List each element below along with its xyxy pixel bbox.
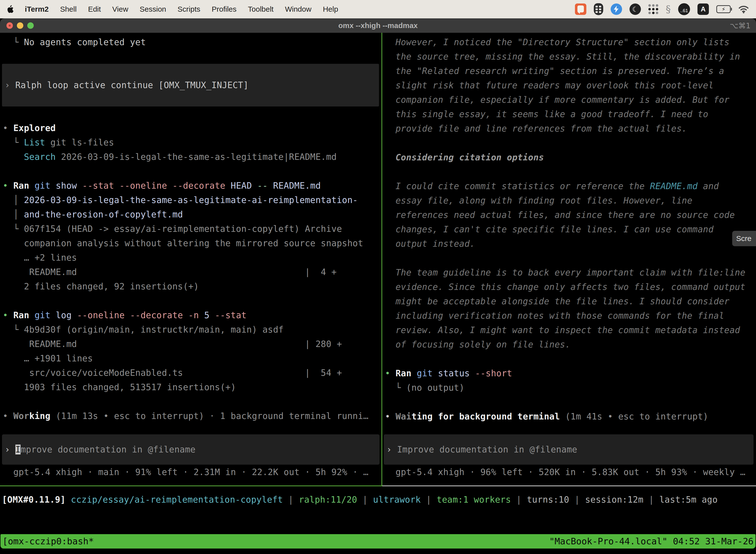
menu-item-help[interactable]: Help [323,5,338,13]
text-segment: • [3,310,13,320]
tmux-session-label[interactable]: [omx-cczip0:bash* [2,534,94,549]
apple-menu-icon[interactable] [7,5,13,13]
terminal-line: │ 2026-03-09-is-legal-the-same-as-legiti… [0,193,381,207]
terminal-line: this single essay, it seems like a good … [382,107,756,121]
menu-item-iterm2[interactable]: iTerm2 [25,5,49,13]
terminal-line: provide file and line references from th… [382,121,756,136]
text-segment: output instead. [385,239,475,249]
title-bar[interactable]: omx --xhigh --madmax ⌥⌘1 [0,18,756,33]
terminal-line [382,352,756,366]
minimize-button[interactable] [17,22,23,29]
terminal-line [382,395,756,409]
terminal-line: › Ralph loop active continue [OMX_TMUX_I… [2,78,379,92]
menu-bar: iTerm2 Shell Edit View Session Scripts P… [0,0,756,18]
terminal-line: companion analysis without altering the … [0,236,381,251]
terminal-line: • Ran git show --stat --oneline --decora… [0,178,381,193]
text-segment: --stat [215,310,247,320]
keyboard-layout-icon[interactable]: A [697,3,709,15]
text-segment: [OMX#0.11.9] [2,495,65,505]
terminal-line: 1903 files changed, 513517 insertions(+) [0,380,381,394]
terminal-line: companion file, especially if more comme… [382,93,756,107]
text-segment: git [35,310,50,320]
model-status-left: gpt-5.4 xhigh · main · 91% left · 2.31M … [0,465,369,479]
zoom-button[interactable] [27,22,34,29]
text-segment: this single essay, it seems like a good … [385,109,708,119]
tmux-status-bar: [omx-cczip0:bash* "MacBook-Pro-44.local"… [0,534,756,549]
terminal-line: 2 files changed, 92 insertions(+) [0,279,381,294]
text-segment: references need actual files, and since … [385,210,735,220]
shield-grid-icon[interactable] [594,3,603,15]
screen-share-overlay[interactable]: Scre [732,231,756,246]
text-segment: session:12m [585,495,643,505]
terminal-line [382,136,756,150]
text-segment: No agents completed yet [24,37,146,47]
injected-message-box: › Ralph loop active continue [OMX_TMUX_I… [2,64,379,107]
text-segment: and [698,181,719,191]
terminal-line: references need actual files, and since … [382,208,756,222]
text-segment: log [50,310,77,320]
close-button[interactable] [6,22,13,29]
menu-item-profiles[interactable]: Profiles [211,5,236,13]
count-badge-icon[interactable]: ..61 [678,3,690,15]
terminal-line: Search 2026-03-09-is-legal-the-same-as-l… [0,150,381,164]
text-segment: 2026-03-09-is-legal-the-same-as-legitima… [24,195,358,205]
menu-item-toolbelt[interactable]: Toolbelt [248,5,273,13]
menu-bar-left: iTerm2 Shell Edit View Session Scripts P… [7,5,338,13]
text-segment: including verification notes with those … [385,311,724,321]
text-segment: ting for background terminal [412,411,560,422]
prompt-input-left[interactable]: › Improve documentation in @filename [2,434,379,465]
dots-grid-icon[interactable] [648,3,658,15]
terminal-line: might be acceptable alongside the file l… [382,294,756,309]
terminal-line: › Improve documentation in @filename [384,442,577,457]
terminal-line: slight risk that future readers may over… [382,78,756,93]
wifi-icon[interactable] [738,3,749,15]
text-segment: README.md | 4 + [3,267,336,277]
text-segment [29,181,35,190]
text-segment: 5 [199,310,215,320]
text-segment: | [357,495,373,505]
text-segment: gpt-5.4 xhigh · 96% left · 520K in · 5.8… [385,467,745,477]
menu-item-scripts[interactable]: Scripts [178,5,200,13]
window-title: omx --xhigh --madmax [0,21,756,30]
text-segment [125,310,130,320]
menu-item-view[interactable]: View [112,5,128,13]
terminal-line: └ List git ls-files [0,135,381,150]
terminal-line: › Improve documentation in @filename [2,442,195,457]
text-segment: turns:10 [527,495,569,505]
text-segment: companion analysis without altering the … [3,238,363,248]
chat-app-icon[interactable] [575,3,586,15]
text-segment: | [569,495,585,505]
terminal-line: [OMX#0.11.9] cczip/essay/ai-reimplementa… [0,492,756,507]
menu-item-shell[interactable]: Shell [60,5,77,13]
text-segment [114,181,119,190]
terminal-line [0,164,381,178]
moon-circle-icon[interactable]: ☾ [630,3,641,15]
terminal-line: changes, I can't cite specific file line… [382,222,756,236]
text-segment: The team guideline is to back every impo… [385,268,745,277]
prompt-input-right[interactable]: › Improve documentation in @filename [384,434,754,465]
menu-item-edit[interactable]: Edit [88,5,101,13]
text-segment: Wor [13,411,29,421]
bolt-circle-icon[interactable] [611,3,622,15]
text-segment: README.md | 280 + [3,339,342,349]
text-segment: cczip/essay/ai-reimplementation-copyleft [65,495,283,505]
terminal-line: review. Also, I might want to inspect th… [382,323,756,337]
menu-bar-status-icons: ☾ § ..61 A ⚡ [575,3,749,15]
text-segment: provide file and line references from th… [385,124,687,133]
menu-item-window[interactable]: Window [285,5,312,13]
text-segment: | [643,495,659,505]
terminal-line: essay file, along with finding root file… [382,193,756,208]
text-segment: Wai [396,411,412,422]
terminal-line: The team guideline is to back every impo… [382,265,756,280]
text-segment: review. Also, I might want to inspect th… [385,325,740,335]
text-segment: | [511,495,527,505]
traffic-lights [0,22,34,29]
terminal-line [382,165,756,179]
menu-item-session[interactable]: Session [140,5,166,13]
text-segment: --decorate [130,310,183,320]
desktop: iTerm2 Shell Edit View Session Scripts P… [0,0,756,554]
text-segment: └ (no output) [385,383,464,393]
battery-icon[interactable]: ⚡ [716,3,731,15]
text-segment: HEAD [226,181,257,190]
squiggle-icon[interactable]: § [666,3,671,15]
